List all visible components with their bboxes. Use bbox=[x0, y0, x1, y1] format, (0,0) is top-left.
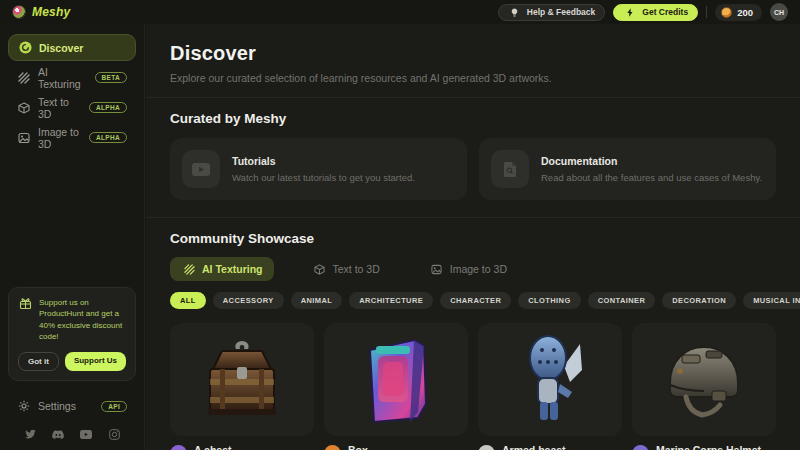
showcase-card: AW Armed beast AWAR bbox=[478, 323, 622, 450]
artwork-treasure-chest[interactable] bbox=[170, 323, 314, 436]
youtube-icon[interactable] bbox=[80, 428, 92, 440]
tab-image-to-3d[interactable]: Image to 3D bbox=[418, 257, 519, 281]
discord-icon[interactable] bbox=[52, 428, 64, 440]
meshy-logo-icon bbox=[12, 5, 26, 19]
discover-icon bbox=[18, 41, 32, 55]
showcase-grid: HA A chest Hannah bbox=[170, 323, 776, 450]
credits-balance[interactable]: 200 bbox=[715, 4, 762, 21]
showcase-section: Community Showcase AI Texturing Text to … bbox=[146, 218, 800, 450]
beta-badge: BETA bbox=[95, 72, 127, 83]
category-filters: ALL ACCESSORY ANIMAL ARCHITECTURE CHARAC… bbox=[170, 292, 776, 309]
page-title: Discover bbox=[170, 42, 776, 65]
artwork-blue-armored-figure[interactable] bbox=[478, 323, 622, 436]
page-header: Discover Explore our curated selection o… bbox=[146, 24, 800, 98]
showcase-tabs: AI Texturing Text to 3D Image to 3D bbox=[170, 257, 776, 281]
api-badge: API bbox=[101, 401, 127, 412]
get-credits-label: Get Credits bbox=[642, 7, 688, 17]
sidebar-item-label: AI Texturing bbox=[38, 66, 88, 90]
tutorials-card[interactable]: Tutorials Watch our latest tutorials to … bbox=[170, 138, 467, 200]
brand-name: Meshy bbox=[32, 5, 70, 19]
tab-label: Text to 3D bbox=[332, 263, 379, 275]
showcase-card: KN Box Knight42 bbox=[324, 323, 468, 450]
alpha-badge: ALPHA bbox=[89, 132, 127, 143]
texturing-icon bbox=[17, 71, 31, 85]
sidebar: Discover AI Texturing BETA Text to 3D AL… bbox=[0, 24, 145, 450]
main-content: Discover Explore our curated selection o… bbox=[146, 24, 800, 450]
image-icon bbox=[430, 262, 444, 276]
help-feedback-label: Help & Feedback bbox=[527, 7, 596, 17]
artwork-neon-box[interactable] bbox=[324, 323, 468, 436]
coin-icon bbox=[721, 7, 732, 18]
instagram-icon[interactable] bbox=[108, 428, 120, 440]
sidebar-item-settings[interactable]: Settings API bbox=[8, 393, 136, 419]
artwork-title[interactable]: Armed beast bbox=[502, 444, 566, 450]
author-avatar[interactable]: PR bbox=[632, 445, 649, 450]
texturing-icon bbox=[182, 262, 196, 276]
artwork-title[interactable]: Box bbox=[348, 444, 382, 450]
gear-icon bbox=[17, 399, 31, 413]
artwork-tactical-helmet[interactable] bbox=[632, 323, 776, 436]
twitter-icon[interactable] bbox=[24, 428, 36, 440]
image-icon bbox=[17, 131, 31, 145]
filter-chip-all[interactable]: ALL bbox=[170, 292, 206, 309]
sidebar-item-ai-texturing[interactable]: AI Texturing BETA bbox=[8, 64, 136, 91]
tab-label: AI Texturing bbox=[202, 263, 262, 275]
support-banner: Support us on ProductHunt and get a 40% … bbox=[8, 287, 136, 381]
filter-chip-character[interactable]: CHARACTER bbox=[440, 292, 511, 309]
curated-section: Curated by Meshy Tutorials Watch our lat… bbox=[146, 98, 800, 218]
tab-ai-texturing[interactable]: AI Texturing bbox=[170, 257, 274, 281]
author-avatar[interactable]: HA bbox=[170, 445, 187, 450]
filter-chip-container[interactable]: CONTAINER bbox=[588, 292, 656, 309]
filter-chip-architecture[interactable]: ARCHITECTURE bbox=[349, 292, 433, 309]
filter-chip-clothing[interactable]: CLOTHING bbox=[518, 292, 580, 309]
cube-icon bbox=[17, 101, 31, 115]
support-us-button[interactable]: Support Us bbox=[65, 352, 126, 371]
tutorials-description: Watch our latest tutorials to get you st… bbox=[232, 172, 415, 183]
filter-chip-animal[interactable]: ANIMAL bbox=[291, 292, 343, 309]
get-credits-button[interactable]: Get Credits bbox=[613, 4, 698, 21]
lightbulb-icon bbox=[508, 5, 522, 19]
support-banner-text: Support us on ProductHunt and get a 40% … bbox=[39, 297, 126, 343]
tutorials-title: Tutorials bbox=[232, 155, 415, 167]
user-avatar[interactable]: CH bbox=[770, 3, 788, 21]
documentation-card[interactable]: Documentation Read about all the feature… bbox=[479, 138, 776, 200]
youtube-icon bbox=[182, 150, 220, 188]
filter-chip-accessory[interactable]: ACCESSORY bbox=[213, 292, 284, 309]
showcase-card: HA A chest Hannah bbox=[170, 323, 314, 450]
documentation-description: Read about all the features and use case… bbox=[541, 172, 762, 183]
lightning-icon bbox=[623, 5, 637, 19]
sidebar-item-image-to-3d[interactable]: Image to 3D ALPHA bbox=[8, 124, 136, 151]
author-avatar[interactable]: KN bbox=[324, 445, 341, 450]
gift-icon bbox=[18, 297, 32, 311]
topbar-divider bbox=[706, 6, 707, 18]
cube-icon bbox=[312, 262, 326, 276]
credits-count: 200 bbox=[737, 7, 753, 18]
meshy-logo[interactable]: Meshy bbox=[12, 5, 70, 19]
curated-heading: Curated by Meshy bbox=[170, 111, 776, 126]
documentation-title: Documentation bbox=[541, 155, 762, 167]
sidebar-item-label: Text to 3D bbox=[38, 96, 82, 120]
sidebar-item-label: Image to 3D bbox=[38, 126, 82, 150]
topbar: Meshy Help & Feedback Get Credits 200 CH bbox=[0, 0, 800, 24]
document-search-icon bbox=[491, 150, 529, 188]
showcase-card: PR Marine Corps Helmet Proton bbox=[632, 323, 776, 450]
sidebar-item-discover[interactable]: Discover bbox=[8, 34, 136, 61]
filter-chip-decoration[interactable]: DECORATION bbox=[662, 292, 736, 309]
sidebar-item-label: Settings bbox=[38, 400, 76, 412]
sidebar-item-text-to-3d[interactable]: Text to 3D ALPHA bbox=[8, 94, 136, 121]
page-subtitle: Explore our curated selection of learnin… bbox=[170, 72, 776, 84]
alpha-badge: ALPHA bbox=[89, 102, 127, 113]
showcase-heading: Community Showcase bbox=[170, 231, 776, 246]
filter-chip-musical-instrument[interactable]: MUSICAL INSTRUMENT bbox=[743, 292, 800, 309]
help-feedback-button[interactable]: Help & Feedback bbox=[498, 4, 606, 21]
author-avatar[interactable]: AW bbox=[478, 445, 495, 450]
got-it-button[interactable]: Got it bbox=[18, 352, 59, 371]
artwork-title[interactable]: Marine Corps Helmet bbox=[656, 444, 761, 450]
social-links bbox=[8, 419, 136, 442]
tab-label: Image to 3D bbox=[450, 263, 507, 275]
sidebar-item-label: Discover bbox=[39, 42, 83, 54]
artwork-title[interactable]: A chest bbox=[194, 444, 232, 450]
tab-text-to-3d[interactable]: Text to 3D bbox=[300, 257, 391, 281]
